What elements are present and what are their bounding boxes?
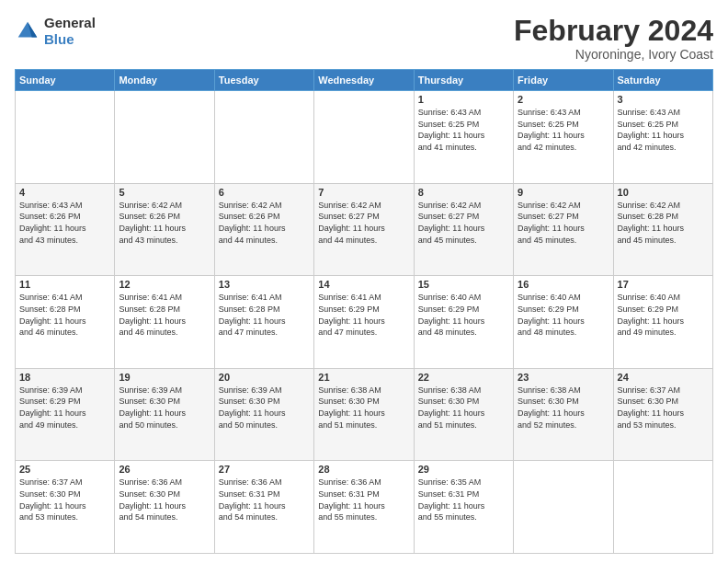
day-info: Sunrise: 6:41 AM Sunset: 6:28 PM Dayligh… <box>219 292 310 338</box>
day-info: Sunrise: 6:41 AM Sunset: 6:28 PM Dayligh… <box>119 292 210 338</box>
table-row: 16Sunrise: 6:40 AM Sunset: 6:29 PM Dayli… <box>514 276 613 369</box>
day-info: Sunrise: 6:42 AM Sunset: 6:27 PM Dayligh… <box>518 200 609 246</box>
day-number: 27 <box>219 464 310 475</box>
col-saturday: Saturday <box>613 70 712 91</box>
day-info: Sunrise: 6:36 AM Sunset: 6:31 PM Dayligh… <box>219 477 310 523</box>
day-info: Sunrise: 6:39 AM Sunset: 6:29 PM Dayligh… <box>19 385 110 431</box>
col-friday: Friday <box>514 70 613 91</box>
day-info: Sunrise: 6:36 AM Sunset: 6:31 PM Dayligh… <box>318 477 409 523</box>
calendar-week-row: 1Sunrise: 6:43 AM Sunset: 6:25 PM Daylig… <box>16 91 713 184</box>
day-info: Sunrise: 6:42 AM Sunset: 6:26 PM Dayligh… <box>119 200 210 246</box>
day-number: 16 <box>518 279 609 290</box>
title-month: February 2024 <box>514 15 713 47</box>
day-info: Sunrise: 6:40 AM Sunset: 6:29 PM Dayligh… <box>618 292 709 338</box>
logo-blue: Blue <box>44 31 74 47</box>
day-number: 26 <box>119 464 210 475</box>
day-number: 29 <box>418 464 509 475</box>
day-number: 22 <box>418 372 509 383</box>
day-info: Sunrise: 6:43 AM Sunset: 6:25 PM Dayligh… <box>418 107 509 153</box>
day-number: 9 <box>518 187 609 198</box>
table-row: 5Sunrise: 6:42 AM Sunset: 6:26 PM Daylig… <box>115 183 214 276</box>
table-row: 8Sunrise: 6:42 AM Sunset: 6:27 PM Daylig… <box>414 183 513 276</box>
table-row: 9Sunrise: 6:42 AM Sunset: 6:27 PM Daylig… <box>514 183 613 276</box>
calendar-week-row: 18Sunrise: 6:39 AM Sunset: 6:29 PM Dayli… <box>16 368 713 461</box>
day-info: Sunrise: 6:38 AM Sunset: 6:30 PM Dayligh… <box>418 385 509 431</box>
day-info: Sunrise: 6:41 AM Sunset: 6:29 PM Dayligh… <box>318 292 409 338</box>
table-row: 19Sunrise: 6:39 AM Sunset: 6:30 PM Dayli… <box>115 368 214 461</box>
table-row: 18Sunrise: 6:39 AM Sunset: 6:29 PM Dayli… <box>16 368 115 461</box>
table-row: 14Sunrise: 6:41 AM Sunset: 6:29 PM Dayli… <box>314 276 414 369</box>
day-info: Sunrise: 6:42 AM Sunset: 6:27 PM Dayligh… <box>418 200 509 246</box>
day-info: Sunrise: 6:43 AM Sunset: 6:25 PM Dayligh… <box>618 107 709 153</box>
calendar-week-row: 4Sunrise: 6:43 AM Sunset: 6:26 PM Daylig… <box>16 183 713 276</box>
table-row: 24Sunrise: 6:37 AM Sunset: 6:30 PM Dayli… <box>613 368 712 461</box>
table-row: 3Sunrise: 6:43 AM Sunset: 6:25 PM Daylig… <box>613 91 712 184</box>
table-row <box>613 461 712 554</box>
day-info: Sunrise: 6:43 AM Sunset: 6:25 PM Dayligh… <box>518 107 609 153</box>
day-number: 19 <box>119 372 210 383</box>
title-block: February 2024 Nyoroninge, Ivory Coast <box>514 15 713 62</box>
col-thursday: Thursday <box>414 70 513 91</box>
day-number: 10 <box>618 187 709 198</box>
day-info: Sunrise: 6:42 AM Sunset: 6:26 PM Dayligh… <box>219 200 310 246</box>
day-number: 5 <box>119 187 210 198</box>
day-number: 14 <box>318 279 409 290</box>
table-row: 20Sunrise: 6:39 AM Sunset: 6:30 PM Dayli… <box>214 368 313 461</box>
day-number: 7 <box>318 187 409 198</box>
day-number: 11 <box>19 279 110 290</box>
calendar-table: Sunday Monday Tuesday Wednesday Thursday… <box>15 69 713 554</box>
table-row: 4Sunrise: 6:43 AM Sunset: 6:26 PM Daylig… <box>16 183 115 276</box>
table-row: 12Sunrise: 6:41 AM Sunset: 6:28 PM Dayli… <box>115 276 214 369</box>
table-row <box>115 91 214 184</box>
table-row <box>214 91 313 184</box>
day-number: 6 <box>219 187 310 198</box>
table-row: 28Sunrise: 6:36 AM Sunset: 6:31 PM Dayli… <box>314 461 414 554</box>
day-info: Sunrise: 6:36 AM Sunset: 6:30 PM Dayligh… <box>119 477 210 523</box>
day-info: Sunrise: 6:41 AM Sunset: 6:28 PM Dayligh… <box>19 292 110 338</box>
logo-icon <box>15 18 40 44</box>
day-number: 4 <box>19 187 110 198</box>
day-info: Sunrise: 6:37 AM Sunset: 6:30 PM Dayligh… <box>618 385 709 431</box>
day-info: Sunrise: 6:42 AM Sunset: 6:27 PM Dayligh… <box>318 200 409 246</box>
day-number: 18 <box>19 372 110 383</box>
col-sunday: Sunday <box>16 70 115 91</box>
table-row <box>314 91 414 184</box>
day-number: 13 <box>219 279 310 290</box>
logo-text: General Blue <box>44 15 96 48</box>
day-info: Sunrise: 6:43 AM Sunset: 6:26 PM Dayligh… <box>19 200 110 246</box>
table-row: 21Sunrise: 6:38 AM Sunset: 6:30 PM Dayli… <box>314 368 414 461</box>
table-row: 13Sunrise: 6:41 AM Sunset: 6:28 PM Dayli… <box>214 276 313 369</box>
table-row: 11Sunrise: 6:41 AM Sunset: 6:28 PM Dayli… <box>16 276 115 369</box>
table-row: 6Sunrise: 6:42 AM Sunset: 6:26 PM Daylig… <box>214 183 313 276</box>
day-number: 17 <box>618 279 709 290</box>
page: General Blue February 2024 Nyoroninge, I… <box>0 0 728 563</box>
day-info: Sunrise: 6:35 AM Sunset: 6:31 PM Dayligh… <box>418 477 509 523</box>
logo-general: General <box>44 15 96 30</box>
table-row: 17Sunrise: 6:40 AM Sunset: 6:29 PM Dayli… <box>613 276 712 369</box>
day-info: Sunrise: 6:42 AM Sunset: 6:28 PM Dayligh… <box>618 200 709 246</box>
day-info: Sunrise: 6:38 AM Sunset: 6:30 PM Dayligh… <box>518 385 609 431</box>
day-number: 23 <box>518 372 609 383</box>
calendar-header-row: Sunday Monday Tuesday Wednesday Thursday… <box>16 70 713 91</box>
day-info: Sunrise: 6:39 AM Sunset: 6:30 PM Dayligh… <box>219 385 310 431</box>
day-number: 1 <box>418 94 509 105</box>
day-info: Sunrise: 6:37 AM Sunset: 6:30 PM Dayligh… <box>19 477 110 523</box>
day-info: Sunrise: 6:40 AM Sunset: 6:29 PM Dayligh… <box>518 292 609 338</box>
table-row <box>16 91 115 184</box>
day-number: 25 <box>19 464 110 475</box>
day-info: Sunrise: 6:39 AM Sunset: 6:30 PM Dayligh… <box>119 385 210 431</box>
day-number: 12 <box>119 279 210 290</box>
day-info: Sunrise: 6:40 AM Sunset: 6:29 PM Dayligh… <box>418 292 509 338</box>
table-row: 22Sunrise: 6:38 AM Sunset: 6:30 PM Dayli… <box>414 368 513 461</box>
day-number: 8 <box>418 187 509 198</box>
table-row: 23Sunrise: 6:38 AM Sunset: 6:30 PM Dayli… <box>514 368 613 461</box>
table-row: 7Sunrise: 6:42 AM Sunset: 6:27 PM Daylig… <box>314 183 414 276</box>
day-number: 3 <box>618 94 709 105</box>
header: General Blue February 2024 Nyoroninge, I… <box>15 15 713 62</box>
table-row: 2Sunrise: 6:43 AM Sunset: 6:25 PM Daylig… <box>514 91 613 184</box>
col-monday: Monday <box>115 70 214 91</box>
day-number: 15 <box>418 279 509 290</box>
table-row: 29Sunrise: 6:35 AM Sunset: 6:31 PM Dayli… <box>414 461 513 554</box>
table-row: 15Sunrise: 6:40 AM Sunset: 6:29 PM Dayli… <box>414 276 513 369</box>
calendar-week-row: 25Sunrise: 6:37 AM Sunset: 6:30 PM Dayli… <box>16 461 713 554</box>
